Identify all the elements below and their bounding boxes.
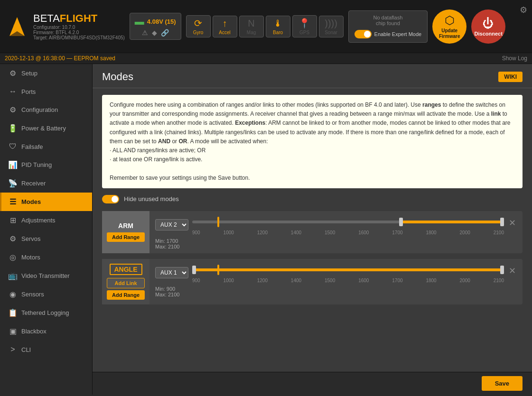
sidebar-item-servos[interactable]: ⚙ Servos: [0, 230, 92, 248]
mode-angle-range-col: AUX 1 AUX 2 AUX 3 AUX 4: [149, 259, 523, 304]
sidebar-label-configuration: Configuration: [21, 106, 58, 113]
hide-unused-label: Hide unused modes: [124, 195, 179, 203]
update-firmware-button[interactable]: ⬡ UpdateFirmware: [432, 9, 467, 44]
modes-controls: Hide unused modes: [93, 195, 532, 208]
arm-slider-labels: 900100012001400150016001700180020002100: [192, 230, 504, 235]
sensor-gps[interactable]: 📍 GPS: [292, 15, 317, 37]
arm-slider-area: 900100012001400150016001700180020002100: [192, 215, 504, 235]
modes-icon: ☰: [8, 197, 18, 206]
mag-icon: N: [248, 18, 254, 29]
arm-handle-left[interactable]: [399, 218, 403, 226]
failsafe-icon: 🛡: [8, 142, 18, 151]
sensor-accel[interactable]: ↑ Accel: [213, 16, 237, 37]
sensor-gyro[interactable]: ⟳ Gyro: [186, 15, 211, 37]
warning-icon: ⚠: [142, 29, 148, 37]
expert-mode-toggle[interactable]: [355, 30, 372, 38]
disconnect-button[interactable]: ⏻ Disconnect: [471, 9, 505, 44]
sidebar-item-power-battery[interactable]: 🔋 Power & Battery: [0, 119, 92, 138]
sidebar-item-sensors[interactable]: ◉ Sensors: [0, 285, 92, 304]
sidebar-label-sensors: Sensors: [21, 291, 44, 298]
angle-slider-labels: 900100012001400150016001700180020002100: [192, 278, 504, 283]
arm-handle-right[interactable]: [500, 218, 504, 226]
sonar-icon: )))): [325, 18, 337, 29]
toggle-knob: [364, 31, 371, 37]
sidebar-item-cli[interactable]: > CLI: [0, 341, 92, 359]
info-text-5: or: [170, 138, 178, 145]
info-text-1: Configure modes here using a combination…: [110, 101, 422, 108]
accel-icon: ↑: [223, 18, 227, 29]
sidebar-label-modes: Modes: [21, 198, 41, 205]
sidebar-item-tethered-logging[interactable]: 📋 Tethered Logging: [0, 304, 92, 322]
mode-angle-card: ANGLE Add Link Add Range AUX 1 AUX 2 AUX…: [102, 259, 523, 304]
arm-min-max: Min: 1700 Max: 2100: [155, 238, 517, 249]
sensor-sonar[interactable]: )))) Sonar: [319, 16, 344, 37]
logo-text: BETAFLIGHT Configurator: 10.7.0 Firmware…: [33, 12, 125, 40]
angle-marker: [217, 265, 219, 275]
battery-icon: ▬: [135, 16, 144, 27]
angle-remove-button[interactable]: ✕: [508, 265, 517, 277]
sidebar-item-blackbox[interactable]: ▣ Blackbox: [0, 322, 92, 341]
sensor-baro[interactable]: 🌡 Baro: [266, 16, 290, 37]
sidebar-label-setup: Setup: [21, 70, 37, 77]
cli-icon: >: [8, 345, 18, 354]
wiki-button[interactable]: WIKI: [498, 72, 523, 82]
tethered-logging-icon: 📋: [8, 308, 18, 317]
sidebar-label-adjustments: Adjustments: [21, 217, 56, 224]
arm-add-range-button[interactable]: Add Range: [107, 232, 145, 242]
show-log-button[interactable]: Show Log: [502, 55, 527, 62]
sidebar-label-tethered-logging: Tethered Logging: [21, 309, 69, 316]
logo-beta: BETA: [33, 12, 60, 24]
gps-icon: 📍: [299, 18, 310, 29]
sidebar-label-receiver: Receiver: [21, 180, 46, 187]
settings-gear-icon[interactable]: ⚙: [520, 5, 527, 15]
power-battery-icon: 🔋: [8, 124, 18, 133]
configurator-version: Configurator: 10.7.0: [33, 25, 125, 30]
angle-slider[interactable]: [192, 263, 504, 277]
sidebar-item-video-transmitter[interactable]: 📺 Video Transmitter: [0, 267, 92, 285]
angle-min-max: Min: 900 Max: 2100: [155, 286, 517, 297]
sidebar-item-ports[interactable]: ↔ Ports: [0, 83, 92, 101]
mode-arm-card: ARM Add Range AUX 2 AUX 1 AUX 3 AUX 4: [102, 211, 523, 253]
sidebar-label-motors: Motors: [21, 254, 40, 261]
sidebar-item-motors[interactable]: ◎ Motors: [0, 248, 92, 267]
sidebar-item-modes[interactable]: ☰ Modes: [0, 193, 92, 211]
receiver-icon: 📡: [8, 179, 18, 188]
info-and-text: AND: [158, 138, 170, 145]
main-layout: ⚙ Setup ↔ Ports ⚙ Configuration 🔋 Power …: [0, 64, 532, 395]
arm-min-label: Min: 1700: [155, 238, 178, 244]
sidebar-item-setup[interactable]: ⚙ Setup: [0, 64, 92, 83]
sidebar-item-failsafe[interactable]: 🛡 Failsafe: [0, 138, 92, 156]
sidebar-item-configuration[interactable]: ⚙ Configuration: [0, 101, 92, 119]
sidebar-item-receiver[interactable]: 📡 Receiver: [0, 174, 92, 193]
sidebar-label-ports: Ports: [21, 88, 36, 95]
sidebar-item-pid-tuning[interactable]: 📊 PID Tuning: [0, 156, 92, 174]
svg-point-2: [13, 23, 21, 30]
arm-slider[interactable]: [192, 215, 504, 229]
sidebar: ⚙ Setup ↔ Ports ⚙ Configuration 🔋 Power …: [0, 64, 93, 395]
sidebar-label-failsafe: Failsafe: [21, 143, 43, 150]
info-text-6: . A mode will be activated when:: [187, 138, 268, 145]
chip-icon: ⬡: [445, 14, 455, 27]
sensor-mag[interactable]: N Mag: [239, 16, 264, 37]
update-firmware-label: UpdateFirmware: [439, 28, 460, 39]
arm-max-label: Max: 2100: [155, 244, 179, 249]
angle-add-range-button[interactable]: Add Range: [107, 290, 145, 300]
blackbox-icon: ▣: [8, 327, 18, 336]
hide-unused-toggle[interactable]: [102, 195, 119, 203]
info-ranges: ranges: [422, 101, 441, 108]
expert-mode-area: No dataflash chip found Enable Expert Mo…: [348, 10, 428, 43]
arm-remove-button[interactable]: ✕: [508, 217, 517, 229]
mode-arm-label-col: ARM Add Range: [102, 211, 149, 253]
angle-aux-select[interactable]: AUX 1 AUX 2 AUX 3 AUX 4: [155, 267, 188, 278]
angle-add-link-button[interactable]: Add Link: [107, 278, 145, 288]
angle-handle-right[interactable]: [500, 266, 504, 274]
angle-max-label: Max: 2100: [155, 292, 179, 297]
gyro-icon: ⟳: [194, 18, 202, 29]
sidebar-item-adjustments[interactable]: ⊞ Adjustments: [0, 211, 92, 230]
statusbar: 2020-12-13 @ 16:38:00 — EEPROM saved Sho…: [0, 53, 532, 64]
arm-aux-select[interactable]: AUX 2 AUX 1 AUX 3 AUX 4: [155, 219, 188, 230]
angle-handle-left[interactable]: [192, 266, 196, 274]
save-button[interactable]: Save: [482, 376, 523, 391]
battery-widget: ▬ 4.08V (15) ⚠ ◆ 🔗: [130, 13, 181, 40]
info-box: Configure modes here using a combination…: [102, 95, 523, 188]
